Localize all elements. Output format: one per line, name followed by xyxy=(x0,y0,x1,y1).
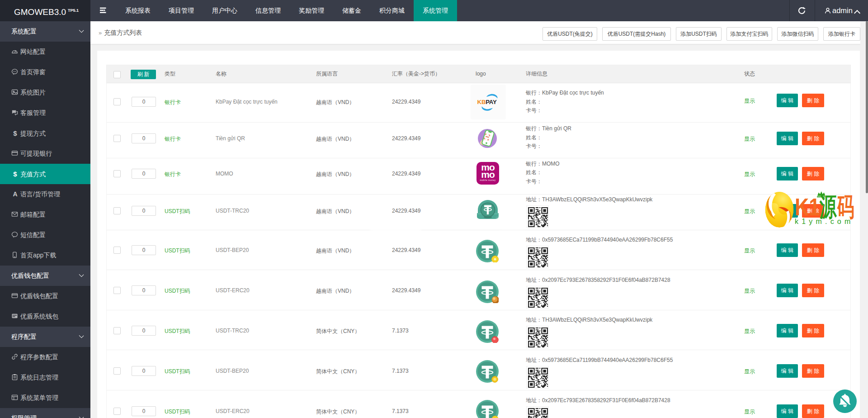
svg-text:k1ym.com: k1ym.com xyxy=(795,218,854,225)
svg-text:码: 码 xyxy=(837,192,854,221)
svg-text:K1: K1 xyxy=(795,193,820,220)
svg-text:KBPAY: KBPAY xyxy=(477,99,497,105)
